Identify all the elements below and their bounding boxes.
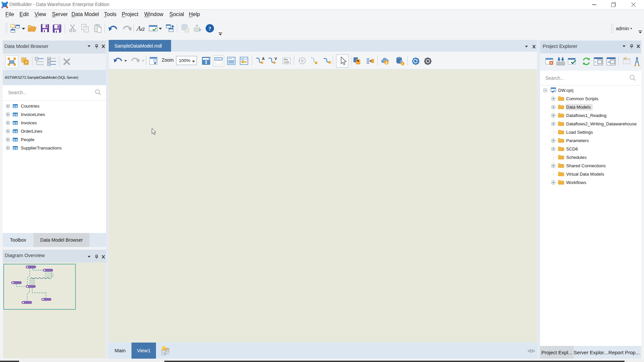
- svg-text:123#: 123#: [284, 61, 289, 63]
- svg-text:A: A: [262, 57, 265, 61]
- svg-text:Abc: Abc: [284, 58, 288, 61]
- svg-text:i: i: [402, 62, 403, 65]
- svg-text:?: ?: [208, 25, 211, 32]
- svg-text:S: S: [301, 59, 304, 63]
- svg-text:V: V: [275, 57, 277, 61]
